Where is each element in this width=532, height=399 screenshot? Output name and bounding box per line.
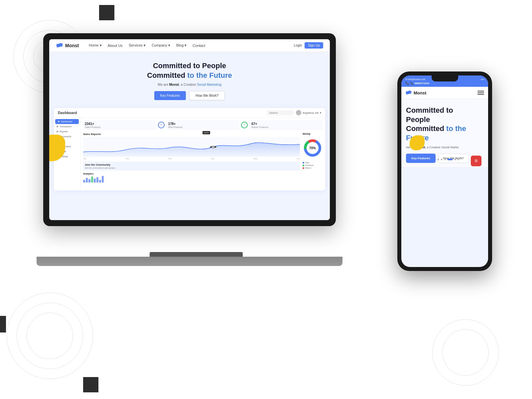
stat-risk-value: 178+ (168, 122, 238, 126)
phone-notch (432, 75, 458, 81)
laptop-body: Monst Home ▾ About Us Services ▾ Company… (43, 33, 336, 226)
hero-line2-plain: Committed (147, 71, 187, 79)
legend-return: Return (303, 167, 323, 169)
bar-1 (83, 180, 85, 183)
join-community-box: Join the Community Join the community to… (83, 162, 300, 171)
stat-sales: 2341+ Sales Products (83, 120, 156, 130)
stat-return: 67+ Return Products (250, 120, 323, 130)
phone-device: ✉ info@monst.com ... om 📞 📞 9806071234 M… (397, 71, 492, 271)
phone-logo-icon (405, 89, 412, 96)
phone-key-features-button[interactable]: Key Features (406, 154, 436, 163)
yellow-blob-phone (410, 135, 425, 150)
hero-line1: Committed to People (153, 62, 226, 70)
dot-6 (454, 159, 456, 160)
stat-sales-label: Sales Products (85, 126, 154, 128)
nav-home[interactable]: Home ▾ (89, 43, 101, 48)
bg-rect-bottom (83, 377, 98, 392)
hero-description: We are Monst, a Creative Social Marketin… (56, 83, 323, 86)
phone-how-we-work-button[interactable]: How We Work? (438, 154, 469, 163)
dash-charts: Sales Reports 3,672 (83, 133, 323, 183)
nav-company[interactable]: Company ▾ (152, 43, 170, 48)
phone-screen: ✉ info@monst.com ... om 📞 📞 9806071234 M… (401, 75, 488, 267)
line-chart-svg (83, 137, 300, 157)
laptop-hero: Committed to People Committed to the Fut… (49, 52, 330, 105)
legend-dot-sale (303, 162, 304, 164)
how-we-work-button[interactable]: How We Work? (189, 91, 225, 100)
bg-circle-br1 (432, 319, 499, 386)
legend-distribute: Distribute (303, 164, 323, 166)
phone-logo-text: Monst (414, 90, 426, 95)
legend-dot-distribute (303, 165, 304, 166)
bar-6 (96, 177, 98, 183)
hero-heading: Committed to People Committed to the Fut… (56, 61, 323, 80)
nav-about[interactable]: About Us (108, 44, 123, 48)
phone-hero-line2: People (406, 115, 430, 124)
dash-chevron-icon: ▾ (320, 111, 321, 114)
stat-risk-label: Risk Products (168, 126, 238, 128)
laptop-base-notch (150, 252, 243, 257)
key-features-button[interactable]: Key Features (154, 91, 186, 100)
analytics-section: Analytics (83, 173, 300, 183)
sidebar-item-reports[interactable]: Reports (54, 129, 80, 134)
hamburger-line-3 (477, 94, 484, 95)
stat-return-value: 67+ (251, 122, 321, 126)
hero-buttons: Key Features How We Work? (56, 91, 323, 100)
dash-body: Dashboard Transaction Reports (54, 118, 325, 191)
stat-sales-value: 2341+ (85, 122, 154, 126)
bar-2 (86, 178, 88, 183)
dot-3 (441, 159, 442, 160)
chart-right-panel: Weekly (303, 133, 323, 183)
menu-icon: ≡ (474, 158, 477, 164)
laptop-base (37, 257, 342, 266)
stat-icon-1: ↻ (158, 122, 165, 128)
laptop-logo-text: Monst (65, 43, 79, 48)
dot-5 (447, 159, 453, 160)
bar-8 (102, 176, 104, 183)
phone-menu-float-button[interactable]: ≡ (471, 156, 481, 166)
nav-services[interactable]: Services ▾ (129, 43, 146, 48)
dot-1 (430, 159, 436, 160)
donut-svg: 70% (303, 138, 323, 158)
svg-rect-10 (408, 90, 412, 94)
nav-contact[interactable]: Contact (193, 44, 205, 48)
phone-body: ✉ info@monst.com ... om 📞 📞 9806071234 M… (397, 71, 492, 271)
bg-circle-bl1 (7, 293, 93, 379)
phone-content: ≡ Committed to People Committed to the F… (401, 99, 488, 167)
hamburger-line-1 (477, 91, 484, 91)
nav-blog[interactable]: Blog ▾ (176, 43, 187, 48)
laptop-screen: Monst Home ▾ About Us Services ▾ Company… (49, 39, 330, 220)
laptop-nav: Monst Home ▾ About Us Services ▾ Company… (49, 39, 330, 52)
hamburger-menu[interactable] (477, 91, 484, 95)
signup-button[interactable]: Sign Up (305, 42, 323, 49)
weekly-label: Weekly (303, 133, 311, 135)
laptop-nav-right: Login Sign Up (294, 42, 323, 49)
donut-legend: Sale Distribute Return (303, 162, 323, 169)
dash-user: Angelena Joli ▾ (296, 110, 321, 115)
dash-username: Angelena Joli (303, 111, 319, 114)
stat-return-label: Return Products (251, 126, 321, 128)
bar-7 (99, 180, 101, 183)
sidebar-item-transaction[interactable]: Transaction (54, 124, 80, 129)
dot-4 (444, 159, 446, 160)
dashboard-preview: Dashboard Angelena Joli ▾ (54, 108, 325, 191)
phone-topbar-row2: 📞 📞 9806071234 (405, 81, 484, 85)
dash-search-input[interactable] (267, 110, 293, 115)
svg-text:70%: 70% (309, 146, 316, 150)
analytics-bars (83, 176, 300, 183)
bg-circle-bl2 (17, 303, 83, 369)
laptop-nav-links: Home ▾ About Us Services ▾ Company ▾ Blo… (89, 43, 294, 48)
bar-5 (94, 179, 96, 183)
weekly-header: Weekly (303, 133, 323, 135)
chart-left-title: Sales Reports (83, 133, 300, 136)
phone-hero-line1: Committed to (406, 106, 453, 114)
svg-point-3 (211, 147, 215, 148)
login-button[interactable]: Login (294, 44, 302, 47)
phone-nav: Monst (401, 87, 488, 99)
sidebar-item-dashboard[interactable]: Dashboard (55, 119, 79, 124)
laptop-logo: Monst (56, 42, 79, 49)
bar-4 (91, 177, 93, 183)
hamburger-line-2 (477, 92, 484, 93)
legend-sale: Sale (303, 162, 323, 164)
dot-2 (437, 159, 439, 160)
phone-hero-line3-plain: Committed (406, 124, 446, 133)
